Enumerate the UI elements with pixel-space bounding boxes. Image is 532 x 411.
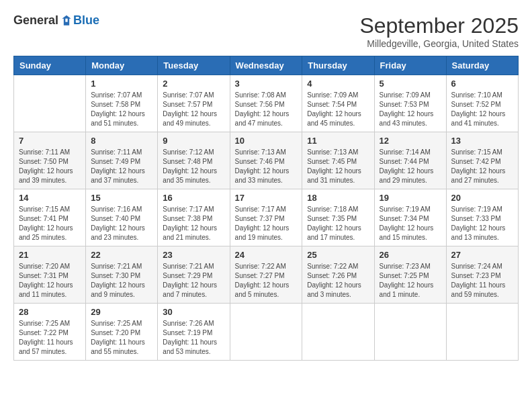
day-info-line: Daylight: 12 hours [163,110,217,118]
day-info-line: Daylight: 12 hours [380,224,434,232]
day-info-line: Sunset: 7:25 PM [380,272,429,279]
day-info-line: Sunrise: 7:11 AM [19,148,70,156]
day-info-line: Sunrise: 7:19 AM [451,205,502,213]
calendar-cell: 18Sunrise: 7:18 AMSunset: 7:35 PMDayligh… [302,189,374,246]
day-info-line: Sunset: 7:58 PM [91,101,140,108]
day-info-line: and 11 minutes. [19,291,66,298]
day-number: 5 [380,79,441,89]
day-info-line: and 13 minutes. [451,234,499,241]
calendar-header-row: SundayMondayTuesdayWednesdayThursdayFrid… [14,56,519,75]
day-info-line: Sunset: 7:44 PM [380,158,429,165]
day-info-line: Daylight: 12 hours [307,167,361,175]
day-info-line: Sunset: 7:41 PM [19,215,69,222]
day-content: Sunrise: 7:08 AMSunset: 7:56 PMDaylight:… [235,91,298,128]
calendar-cell: 23Sunrise: 7:21 AMSunset: 7:29 PMDayligh… [158,246,230,304]
day-number: 3 [235,79,298,89]
day-number: 2 [163,79,224,89]
day-info-line: and 31 minutes. [307,177,355,184]
day-info-line: Sunrise: 7:21 AM [163,263,214,270]
calendar-week-1: 1Sunrise: 7:07 AMSunset: 7:58 PMDaylight… [14,75,519,132]
day-info-line: Sunset: 7:49 PM [91,158,140,165]
header-tuesday: Tuesday [158,56,230,75]
day-number: 26 [380,250,441,260]
day-number: 22 [91,250,152,260]
day-info-line: Sunrise: 7:26 AM [163,320,214,327]
day-info-line: and 59 minutes. [451,291,499,298]
day-info-line: and 39 minutes. [19,177,66,184]
day-number: 30 [163,307,224,317]
header-sunday: Sunday [14,56,86,75]
day-number: 6 [451,79,513,89]
calendar-cell: 1Sunrise: 7:07 AMSunset: 7:58 PMDaylight… [86,75,158,132]
day-info-line: Sunset: 7:34 PM [380,215,429,222]
day-info-line: Sunset: 7:31 PM [19,272,69,279]
day-number: 17 [235,193,298,203]
header-wednesday: Wednesday [230,56,302,75]
day-number: 1 [91,79,152,89]
day-content: Sunrise: 7:21 AMSunset: 7:30 PMDaylight:… [91,262,152,300]
day-info-line: Daylight: 12 hours [19,167,73,175]
day-info-line: Daylight: 11 hours [91,338,145,346]
day-info-line: Sunset: 7:37 PM [235,215,285,222]
day-info-line: Daylight: 12 hours [307,281,361,289]
day-info-line: Daylight: 12 hours [235,281,290,289]
day-info-line: Sunset: 7:26 PM [307,272,357,279]
day-info-line: Sunrise: 7:22 AM [307,263,358,270]
day-info-line: Sunset: 7:29 PM [163,272,212,279]
day-content: Sunrise: 7:20 AMSunset: 7:31 PMDaylight:… [19,262,81,300]
day-info-line: Daylight: 11 hours [451,281,506,289]
calendar-cell: 15Sunrise: 7:16 AMSunset: 7:40 PMDayligh… [86,189,158,246]
day-info-line: and 9 minutes. [91,291,135,298]
calendar-week-5: 28Sunrise: 7:25 AMSunset: 7:22 PMDayligh… [14,304,519,361]
day-info-line: Sunset: 7:46 PM [235,158,285,165]
day-info-line: Sunrise: 7:12 AM [163,148,214,156]
day-info-line: Sunrise: 7:22 AM [235,263,286,270]
day-content: Sunrise: 7:25 AMSunset: 7:22 PMDaylight:… [19,319,81,357]
day-content: Sunrise: 7:17 AMSunset: 7:37 PMDaylight:… [235,205,298,242]
day-content: Sunrise: 7:09 AMSunset: 7:54 PMDaylight:… [307,91,369,128]
calendar-cell: 22Sunrise: 7:21 AMSunset: 7:30 PMDayligh… [86,246,158,304]
day-content: Sunrise: 7:17 AMSunset: 7:38 PMDaylight:… [163,205,224,242]
day-info-line: and 29 minutes. [380,177,427,184]
day-info-line: and 43 minutes. [380,120,427,127]
header-saturday: Saturday [446,56,518,75]
day-info-line: and 49 minutes. [163,120,210,127]
day-number: 23 [163,250,224,260]
day-info-line: Sunset: 7:45 PM [307,158,357,165]
day-content: Sunrise: 7:25 AMSunset: 7:20 PMDaylight:… [91,319,152,357]
day-info-line: and 3 minutes. [307,291,351,298]
day-info-line: and 21 minutes. [163,234,210,241]
day-content: Sunrise: 7:15 AMSunset: 7:41 PMDaylight:… [19,205,81,242]
day-info-line: Daylight: 12 hours [91,224,145,232]
day-info-line: and 19 minutes. [235,234,283,241]
day-info-line: Daylight: 12 hours [19,224,73,232]
day-info-line: Sunset: 7:53 PM [380,101,429,108]
day-info-line: and 51 minutes. [91,120,138,127]
day-info-line: and 37 minutes. [91,177,138,184]
header-thursday: Thursday [302,56,374,75]
logo-icon [60,14,73,28]
calendar-cell [446,304,518,361]
header-monday: Monday [86,56,158,75]
calendar-cell: 13Sunrise: 7:15 AMSunset: 7:42 PMDayligh… [446,132,518,189]
calendar-table: SundayMondayTuesdayWednesdayThursdayFrid… [13,56,519,361]
day-info-line: Daylight: 12 hours [235,110,290,118]
calendar-cell: 28Sunrise: 7:25 AMSunset: 7:22 PMDayligh… [14,304,86,361]
day-info-line: Sunrise: 7:13 AM [307,148,358,156]
calendar-cell: 27Sunrise: 7:24 AMSunset: 7:23 PMDayligh… [446,246,518,304]
day-info-line: Sunrise: 7:15 AM [451,148,502,156]
day-info-line: Sunrise: 7:17 AM [163,205,214,213]
day-info-line: Sunrise: 7:25 AM [19,320,70,327]
calendar-cell: 30Sunrise: 7:26 AMSunset: 7:19 PMDayligh… [158,304,230,361]
calendar-cell: 11Sunrise: 7:13 AMSunset: 7:45 PMDayligh… [302,132,374,189]
logo-general-text: General [13,13,58,28]
day-number: 27 [451,250,513,260]
day-number: 21 [19,250,81,260]
day-info-line: Sunrise: 7:09 AM [380,91,431,99]
day-info-line: Sunset: 7:57 PM [163,101,212,108]
page-header: General Blue September 2025 Milledgevill… [13,13,519,49]
day-number: 14 [19,193,81,203]
calendar-cell: 24Sunrise: 7:22 AMSunset: 7:27 PMDayligh… [230,246,302,304]
day-info-line: Sunrise: 7:10 AM [451,91,502,99]
calendar-cell: 3Sunrise: 7:08 AMSunset: 7:56 PMDaylight… [230,75,302,132]
